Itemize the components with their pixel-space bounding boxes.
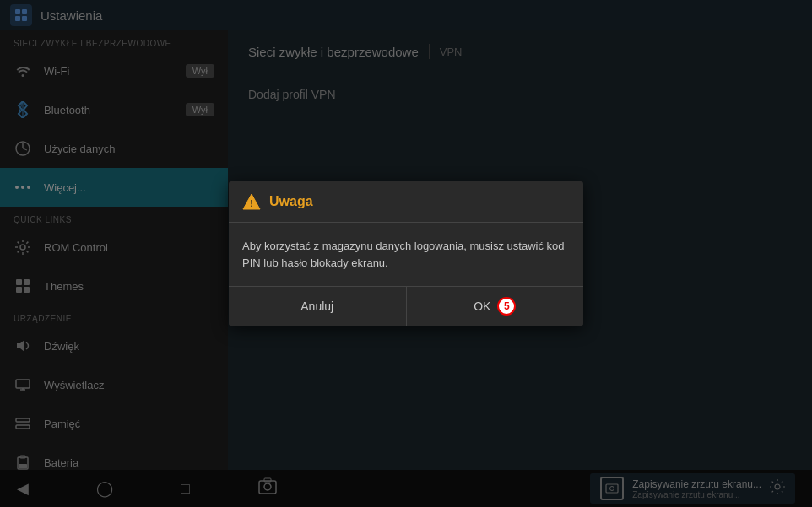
step-badge: 5 bbox=[497, 297, 516, 316]
dialog-title: Uwaga bbox=[269, 194, 313, 209]
warning-icon: ! bbox=[242, 193, 261, 210]
dialog: ! Uwaga Aby korzystać z magazynu danych … bbox=[229, 181, 583, 326]
svg-text:!: ! bbox=[250, 198, 253, 208]
cancel-button[interactable]: Anuluj bbox=[229, 287, 406, 326]
ok-button-content: OK 5 bbox=[474, 297, 516, 316]
dialog-body: Aby korzystać z magazynu danych logowani… bbox=[229, 223, 583, 287]
ok-button[interactable]: OK 5 bbox=[407, 287, 584, 326]
dialog-footer: Anuluj OK 5 bbox=[229, 287, 583, 326]
dialog-header: ! Uwaga bbox=[229, 181, 583, 223]
dialog-overlay: ! Uwaga Aby korzystać z magazynu danych … bbox=[0, 0, 812, 507]
ok-label: OK bbox=[474, 299, 490, 313]
